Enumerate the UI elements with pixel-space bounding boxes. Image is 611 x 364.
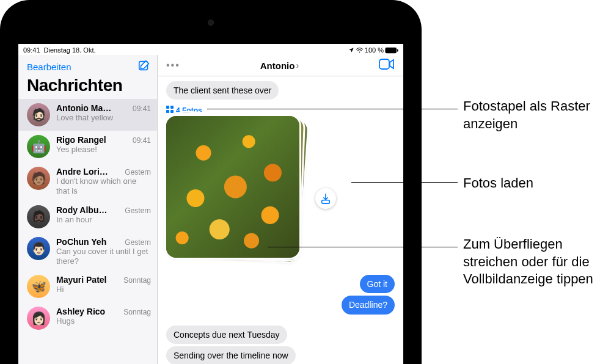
avatar: 🧔🏿 <box>27 205 50 228</box>
device-camera <box>208 20 214 26</box>
convo-name: Rody Albu… <box>56 205 107 215</box>
convo-preview: Love that yellow <box>56 113 151 123</box>
avatar: 🤖 <box>27 135 50 158</box>
callout-label: Zum Überfliegen streichen oder für die V… <box>463 236 610 288</box>
chat-pane: ••• Antonio › The client sent these over <box>158 55 403 364</box>
grid-icon <box>166 106 174 115</box>
chevron-right-icon: › <box>296 60 299 70</box>
list-item[interactable]: 👩🏻 Ashley Rico Sonntag Hugs <box>18 302 157 334</box>
convo-time: Gestern <box>125 206 151 215</box>
svg-rect-6 <box>170 106 174 109</box>
photo-card[interactable] <box>166 116 299 258</box>
svg-point-0 <box>359 51 360 53</box>
list-item[interactable]: 👨🏻 PoChun Yeh Gestern Can you cover it u… <box>18 233 157 271</box>
status-bar: 09:41 Dienstag 18. Okt. 100 % <box>18 44 403 55</box>
message-in[interactable]: Concepts due next Tuesday <box>166 326 287 344</box>
avatar: 👨🏻 <box>27 237 50 260</box>
chat-title-button[interactable]: Antonio › <box>260 60 299 71</box>
convo-time: Sonntag <box>123 276 151 285</box>
avatar: 🦋 <box>27 275 50 298</box>
convo-preview: I don't know which one that is <box>56 177 151 197</box>
screen: 09:41 Dienstag 18. Okt. 100 % Bearbeite <box>18 44 403 364</box>
avatar: 🧑🏽 <box>27 167 50 190</box>
convo-preview: Hi <box>56 285 151 294</box>
ipad-frame: 09:41 Dienstag 18. Okt. 100 % Bearbeite <box>0 0 422 364</box>
svg-rect-1 <box>385 47 397 53</box>
convo-name: PoChun Yeh <box>56 237 106 247</box>
svg-rect-7 <box>166 110 169 113</box>
list-item[interactable]: 🤖 Rigo Rangel 09:41 Yes please! <box>18 131 157 162</box>
convo-time: 09:41 <box>133 136 151 145</box>
convo-name: Antonio Ma… <box>56 103 111 113</box>
sidebar-toggle-icon[interactable]: ••• <box>166 60 180 71</box>
status-time: 09:41 <box>23 46 40 54</box>
convo-name: Andre Lori… <box>56 167 108 177</box>
convo-name: Rigo Rangel <box>56 135 106 145</box>
convo-preview: Yes please! <box>56 145 151 155</box>
message-out[interactable]: Got it <box>360 275 395 293</box>
callout-label: Fotostapel als Raster anzeigen <box>463 98 604 133</box>
download-icon <box>321 193 331 204</box>
wifi-icon <box>356 47 364 53</box>
message-in[interactable]: The client sent these over <box>166 81 279 100</box>
convo-preview: In an hour <box>56 215 151 225</box>
download-photos-button[interactable] <box>315 188 336 209</box>
message-in[interactable]: Sending over the timeline now <box>166 346 296 364</box>
svg-rect-8 <box>170 110 174 113</box>
photo-stack[interactable] <box>166 116 307 264</box>
edit-button[interactable]: Bearbeiten <box>27 62 71 72</box>
avatar: 👩🏻 <box>27 307 50 330</box>
convo-time: Sonntag <box>123 308 151 316</box>
sidebar-title: Nachrichten <box>18 76 157 99</box>
callout-label: Fotos laden <box>463 175 533 192</box>
convo-time: Gestern <box>125 238 151 247</box>
svg-rect-2 <box>397 49 398 51</box>
message-out[interactable]: Deadline? <box>342 296 395 314</box>
convo-time: 09:41 <box>133 104 151 113</box>
avatar: 🧔🏻 <box>27 103 50 126</box>
convo-preview: Hugs <box>56 316 151 326</box>
svg-rect-9 <box>322 200 330 203</box>
convo-preview: Can you cover it until I get there? <box>56 247 151 267</box>
list-item[interactable]: 🦋 Mayuri Patel Sonntag Hi <box>18 271 157 302</box>
status-date: Dienstag 18. Okt. <box>44 46 96 54</box>
chat-header: ••• Antonio › <box>158 55 403 76</box>
location-icon <box>348 47 354 53</box>
battery-icon <box>385 47 398 54</box>
list-item[interactable]: 🧔🏻 Antonio Ma… 09:41 Love that yellow <box>18 99 157 131</box>
list-item[interactable]: 🧔🏿 Rody Albu… Gestern In an hour <box>18 201 157 233</box>
messages-area[interactable]: The client sent these over 4 Fotos <box>158 76 403 364</box>
chat-title-label: Antonio <box>260 60 295 71</box>
battery-pct: 100 % <box>365 46 384 54</box>
svg-rect-4 <box>379 59 389 69</box>
conversation-list[interactable]: 🧔🏻 Antonio Ma… 09:41 Love that yellow 🤖 <box>18 99 157 364</box>
svg-rect-5 <box>166 106 169 109</box>
compose-icon[interactable] <box>137 59 151 75</box>
conversation-sidebar: Bearbeiten Nachrichten 🧔🏻 Antonio Ma… 09… <box>18 55 158 364</box>
convo-time: Gestern <box>125 168 151 177</box>
convo-name: Ashley Rico <box>56 307 105 316</box>
convo-name: Mayuri Patel <box>56 275 106 285</box>
facetime-icon[interactable] <box>379 59 395 72</box>
list-item[interactable]: 🧑🏽 Andre Lori… Gestern I don't know whic… <box>18 162 157 201</box>
